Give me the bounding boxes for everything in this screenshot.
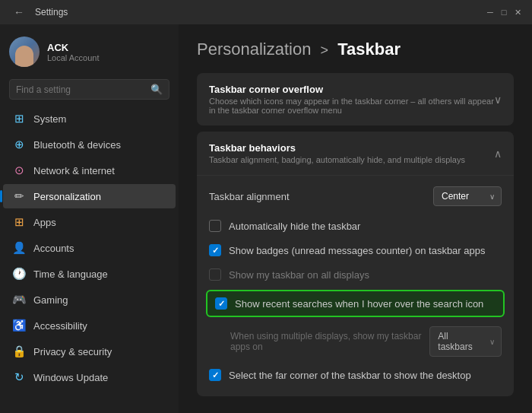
- badges-label: Show badges (unread messages counter) on…: [229, 245, 502, 256]
- overflow-card-title: Taskbar corner overflow: [209, 84, 494, 95]
- title-bar-controls: ─ □ ✕: [485, 7, 523, 17]
- search-input[interactable]: [16, 84, 146, 95]
- behaviors-card-title: Taskbar behaviors: [209, 142, 465, 154]
- alignment-value: Center: [442, 191, 469, 202]
- badges-row: Show badges (unread messages counter) on…: [209, 238, 502, 262]
- recentsearches-checkbox[interactable]: [215, 297, 227, 310]
- sidebar-item-system-label: System: [33, 113, 66, 125]
- accounts-icon: 👤: [12, 241, 26, 255]
- sidebar-item-apps-label: Apps: [33, 217, 56, 228]
- alldisplays-checkbox[interactable]: [209, 268, 221, 281]
- behaviors-card-subtitle: Taskbar alignment, badging, automaticall…: [209, 155, 465, 164]
- breadcrumb: Personalization > Taskbar: [197, 40, 514, 59]
- sidebar-item-system[interactable]: ⊞ System: [3, 106, 176, 131]
- multidisplay-value: All taskbars: [438, 331, 480, 352]
- sidebar-item-gaming[interactable]: 🎮 Gaming: [3, 288, 176, 312]
- sidebar-item-accounts[interactable]: 👤 Accounts: [3, 236, 176, 260]
- alignment-row: Taskbar alignment Center ∨: [209, 179, 502, 214]
- sidebar-item-time-label: Time & language: [33, 268, 108, 280]
- autohide-row: Automatically hide the taskbar: [209, 214, 502, 238]
- avatar: [9, 37, 40, 67]
- breadcrumb-current: Taskbar: [337, 40, 401, 59]
- sidebar-item-privacy-label: Privacy & security: [33, 346, 112, 357]
- sidebar-item-apps[interactable]: ⊞ Apps: [3, 210, 176, 234]
- multidisplay-dropdown-arrow-icon: ∨: [489, 338, 495, 346]
- time-icon: 🕐: [12, 267, 26, 281]
- title-bar: ← Settings ─ □ ✕: [0, 0, 532, 24]
- sidebar-item-accessibility-label: Accessibility: [33, 320, 87, 332]
- title-bar-left: ← Settings: [9, 5, 68, 20]
- behaviors-card-body: Taskbar alignment Center ∨ Automatically…: [197, 175, 514, 396]
- overflow-card: Taskbar corner overflow Choose which ico…: [197, 73, 514, 125]
- alldisplays-row: Show my taskbar on all displays: [209, 262, 502, 287]
- badges-checkbox[interactable]: [209, 244, 221, 256]
- sidebar-item-gaming-label: Gaming: [33, 294, 68, 306]
- back-button[interactable]: ←: [9, 5, 29, 20]
- sidebar-item-accessibility[interactable]: ♿ Accessibility: [3, 313, 176, 338]
- user-name: ACK: [47, 42, 100, 53]
- app-body: ACK Local Account 🔍 ⊞ System ⊕ Bluetooth…: [0, 24, 532, 413]
- accessibility-icon: ♿: [12, 319, 26, 332]
- sidebar-item-privacy[interactable]: 🔒 Privacy & security: [3, 339, 176, 364]
- system-icon: ⊞: [12, 112, 26, 125]
- sidebar-item-bluetooth[interactable]: ⊕ Bluetooth & devices: [3, 132, 176, 157]
- search-box[interactable]: 🔍: [9, 79, 169, 100]
- multidisplay-label: When using multiple displays, show my ta…: [230, 331, 429, 352]
- overflow-chevron-down-icon: ∨: [494, 94, 502, 106]
- apps-icon: ⊞: [12, 215, 26, 229]
- user-profile: ACK Local Account: [0, 24, 179, 76]
- sidebar-item-personalization-label: Personalization: [33, 191, 101, 202]
- sidebar-item-personalization[interactable]: ✏ Personalization: [3, 184, 176, 208]
- sidebar-item-update[interactable]: ↻ Windows Update: [3, 365, 176, 389]
- search-icon: 🔍: [150, 84, 163, 95]
- multidisplay-row: When using multiple displays, show my ta…: [209, 320, 502, 363]
- sidebar-item-network-label: Network & internet: [33, 165, 115, 176]
- update-icon: ↻: [12, 370, 26, 384]
- recentsearches-row: Show recent searches when I hover over t…: [206, 290, 505, 317]
- close-button[interactable]: ✕: [512, 7, 523, 17]
- sidebar-item-accounts-label: Accounts: [33, 243, 74, 254]
- sidebar-item-update-label: Windows Update: [33, 372, 108, 383]
- overflow-card-subtitle: Choose which icons may appear in the tas…: [209, 97, 494, 115]
- desktop-label: Select the far corner of the taskbar to …: [229, 370, 502, 381]
- autohide-checkbox[interactable]: [209, 220, 221, 232]
- overflow-card-header[interactable]: Taskbar corner overflow Choose which ico…: [197, 73, 514, 125]
- desktop-checkbox[interactable]: [209, 369, 221, 381]
- user-info: ACK Local Account: [47, 42, 100, 62]
- alignment-label: Taskbar alignment: [209, 191, 290, 202]
- minimize-button[interactable]: ─: [485, 7, 496, 17]
- desktop-row: Select the far corner of the taskbar to …: [209, 363, 502, 387]
- multidisplay-dropdown[interactable]: All taskbars ∨: [429, 326, 502, 357]
- sidebar-item-time[interactable]: 🕐 Time & language: [3, 262, 176, 286]
- breadcrumb-separator: >: [321, 43, 329, 58]
- maximize-button[interactable]: □: [499, 7, 509, 17]
- behaviors-chevron-up-icon: ∧: [494, 148, 502, 160]
- gaming-icon: 🎮: [12, 293, 26, 307]
- sidebar-item-network[interactable]: ⊙ Network & internet: [3, 158, 176, 183]
- behaviors-card: Taskbar behaviors Taskbar alignment, bad…: [197, 132, 514, 396]
- dropdown-arrow-icon: ∨: [489, 192, 495, 201]
- network-icon: ⊙: [12, 164, 26, 177]
- breadcrumb-parent[interactable]: Personalization: [197, 40, 311, 59]
- alldisplays-label: Show my taskbar on all displays: [229, 269, 502, 281]
- bluetooth-icon: ⊕: [12, 138, 26, 151]
- alignment-dropdown[interactable]: Center ∨: [433, 186, 502, 206]
- sidebar-item-bluetooth-label: Bluetooth & devices: [33, 139, 121, 151]
- autohide-label: Automatically hide the taskbar: [229, 221, 502, 232]
- content-area: Personalization > Taskbar Taskbar corner…: [179, 24, 532, 413]
- recentsearches-label: Show recent searches when I hover over t…: [235, 298, 496, 310]
- sidebar: ACK Local Account 🔍 ⊞ System ⊕ Bluetooth…: [0, 24, 179, 413]
- behaviors-card-header[interactable]: Taskbar behaviors Taskbar alignment, bad…: [197, 132, 514, 175]
- privacy-icon: 🔒: [12, 345, 26, 358]
- title-bar-title: Settings: [35, 7, 68, 17]
- overflow-card-header-text: Taskbar corner overflow Choose which ico…: [209, 84, 494, 115]
- personalization-icon: ✏: [12, 189, 26, 203]
- behaviors-card-header-text: Taskbar behaviors Taskbar alignment, bad…: [209, 142, 465, 164]
- user-sub: Local Account: [47, 53, 100, 62]
